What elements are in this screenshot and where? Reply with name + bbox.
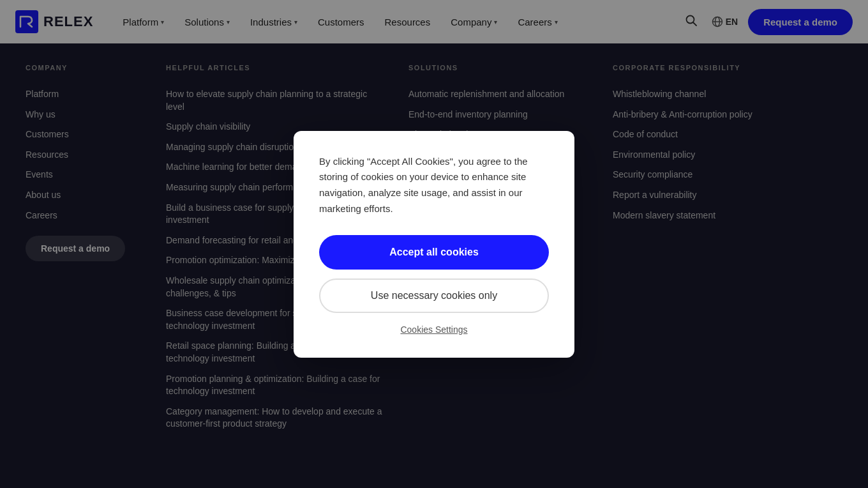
accept-all-cookies-button[interactable]: Accept all cookies [319,235,549,270]
cookie-overlay: By clicking "Accept All Cookies", you ag… [0,0,868,488]
use-necessary-cookies-button[interactable]: Use necessary cookies only [319,278,549,313]
cookie-body-text: By clicking "Accept All Cookies", you ag… [319,154,549,217]
cookie-modal: By clicking "Accept All Cookies", you ag… [294,131,574,358]
cookies-settings-link[interactable]: Cookies Settings [319,324,549,335]
